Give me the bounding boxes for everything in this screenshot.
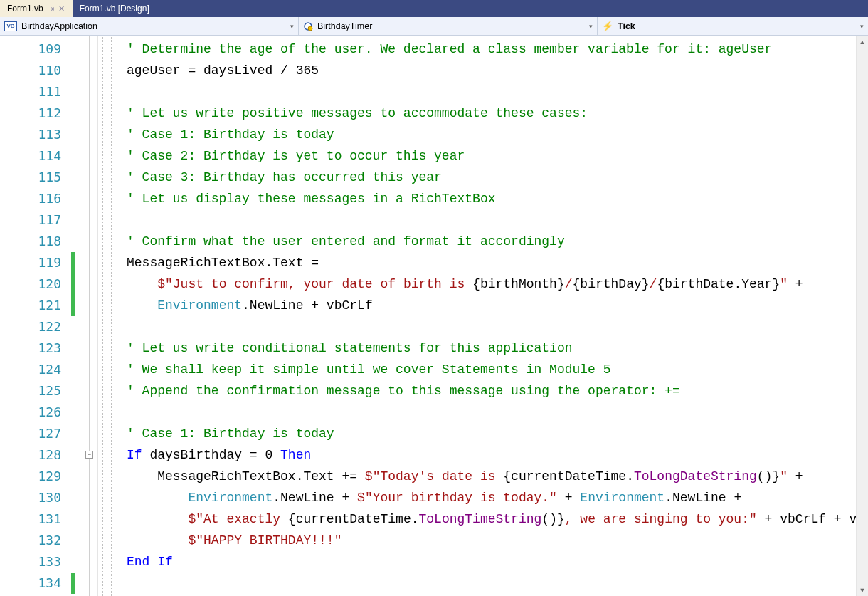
chevron-down-icon: ▾: [860, 23, 864, 30]
line-number: 134: [0, 573, 68, 594]
code-line[interactable]: [127, 402, 856, 423]
vb-project-icon: VB: [4, 21, 17, 31]
line-number-gutter: 1091101111121131141151161171181191201211…: [0, 36, 68, 596]
code-line[interactable]: ' Determine the age of the user. We decl…: [127, 38, 856, 60]
scroll-down-arrow-icon[interactable]: ▼: [857, 584, 868, 596]
code-editor[interactable]: 1091101111121131141151161171181191201211…: [0, 36, 868, 596]
line-number: 126: [0, 402, 68, 423]
code-area[interactable]: ' Determine the age of the user. We decl…: [127, 36, 856, 596]
line-number: 123: [0, 338, 68, 359]
line-number: 116: [0, 188, 68, 209]
scroll-up-arrow-icon[interactable]: ▲: [857, 36, 868, 48]
line-number: 117: [0, 209, 68, 231]
scope-dropdown[interactable]: VB BirthdayApplication ▾: [0, 17, 299, 35]
code-line[interactable]: ' Case 1: Birthday is today: [127, 124, 856, 145]
line-number: 114: [0, 145, 68, 167]
close-icon[interactable]: ✕: [58, 4, 65, 14]
code-line[interactable]: $"HAPPY BIRTHDAY!!!": [127, 530, 856, 551]
code-line[interactable]: End If: [127, 551, 856, 573]
event-icon: ⚡: [602, 21, 613, 31]
line-number: 113: [0, 124, 68, 145]
object-dropdown[interactable]: BirthdayTimer ▾: [299, 17, 598, 35]
scope-label: BirthdayApplication: [21, 21, 97, 31]
code-line[interactable]: ' Confirm what the user entered and form…: [127, 231, 856, 252]
line-number: 130: [0, 487, 68, 508]
line-number: 115: [0, 167, 68, 188]
line-number: 112: [0, 103, 68, 124]
change-marker: [71, 252, 75, 316]
object-label: BirthdayTimer: [317, 21, 372, 31]
tab-form1-design[interactable]: Form1.vb [Design]: [73, 0, 157, 17]
member-dropdown[interactable]: ⚡ Tick ▾: [598, 17, 868, 35]
code-line[interactable]: [127, 81, 856, 103]
code-line[interactable]: ' Let us write positive messages to acco…: [127, 103, 856, 124]
change-marker-column: [68, 36, 81, 596]
code-line[interactable]: ageUser = daysLived / 365: [127, 60, 856, 81]
code-line[interactable]: $"Just to confirm, your date of birth is…: [127, 273, 856, 295]
line-number: 127: [0, 423, 68, 444]
member-label: Tick: [618, 21, 635, 31]
line-number: 125: [0, 380, 68, 402]
collapse-toggle-icon[interactable]: −: [85, 451, 93, 459]
code-line[interactable]: [127, 573, 856, 594]
tab-strip: Form1.vb ⇥ ✕ Form1.vb [Design]: [0, 0, 868, 17]
line-number: 121: [0, 295, 68, 316]
code-line[interactable]: MessageRichTextBox.Text += $"Today's dat…: [127, 466, 856, 487]
code-line[interactable]: ' Case 1: Birthday is today: [127, 423, 856, 444]
code-line[interactable]: $"At exactly {currentDateTime.ToLongTime…: [127, 508, 856, 530]
line-number: 128: [0, 444, 68, 466]
tab-label: Form1.vb: [7, 4, 43, 14]
line-number: 119: [0, 252, 68, 273]
code-line[interactable]: ' We shall keep it simple until we cover…: [127, 359, 856, 380]
line-number: 133: [0, 551, 68, 573]
code-navigation-bar: VB BirthdayApplication ▾ BirthdayTimer ▾…: [0, 17, 868, 36]
line-number: 131: [0, 508, 68, 530]
code-line[interactable]: If daysBirthday = 0 Then: [127, 444, 856, 466]
code-line[interactable]: ' Case 2: Birthday is yet to occur this …: [127, 145, 856, 167]
code-line[interactable]: ' Let us display these messages in a Ric…: [127, 188, 856, 209]
chevron-down-icon: ▾: [290, 23, 294, 30]
code-line[interactable]: ' Let us write conditional statements fo…: [127, 338, 856, 359]
line-number: 120: [0, 273, 68, 295]
chevron-down-icon: ▾: [589, 23, 593, 30]
svg-point-1: [308, 26, 312, 31]
line-number: 110: [0, 60, 68, 81]
tab-form1-vb[interactable]: Form1.vb ⇥ ✕: [0, 0, 73, 17]
line-number: 111: [0, 81, 68, 103]
line-number: 129: [0, 466, 68, 487]
code-line[interactable]: [127, 316, 856, 338]
indent-guide-column: [98, 36, 127, 596]
change-marker: [71, 573, 75, 594]
code-line[interactable]: [127, 209, 856, 231]
line-number: 132: [0, 530, 68, 551]
pin-icon[interactable]: ⇥: [48, 4, 54, 14]
line-number: 124: [0, 359, 68, 380]
code-line[interactable]: ' Append the confirmation message to thi…: [127, 380, 856, 402]
tab-label: Form1.vb [Design]: [80, 4, 149, 14]
outlining-column: −: [81, 36, 98, 596]
code-line[interactable]: Environment.NewLine + vbCrLf: [127, 295, 856, 316]
vertical-scrollbar[interactable]: ▲ ▼: [856, 36, 868, 596]
line-number: 118: [0, 231, 68, 252]
code-line[interactable]: MessageRichTextBox.Text =: [127, 252, 856, 273]
component-icon: [303, 21, 313, 31]
code-line[interactable]: Environment.NewLine + $"Your birthday is…: [127, 487, 856, 508]
code-line[interactable]: ' Case 3: Birthday has occurred this yea…: [127, 167, 856, 188]
line-number: 122: [0, 316, 68, 338]
line-number: 109: [0, 38, 68, 60]
